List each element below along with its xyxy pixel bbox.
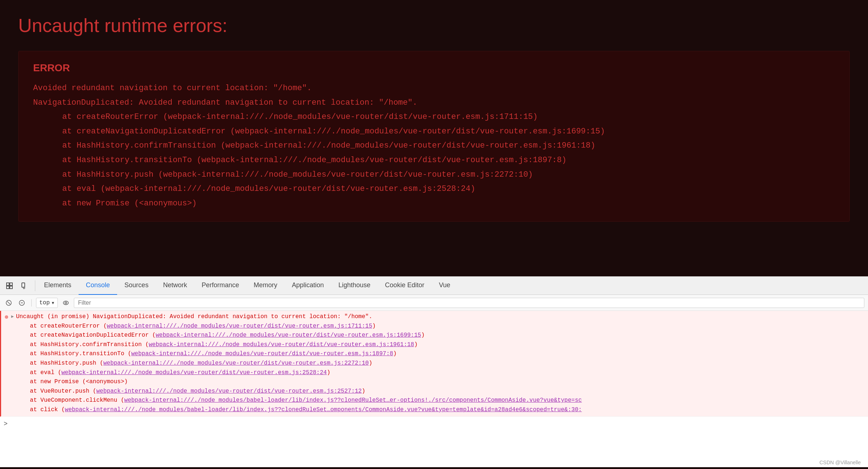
context-selector[interactable]: top ▾ xyxy=(36,298,58,308)
svg-rect-5 xyxy=(23,287,25,289)
svg-point-10 xyxy=(63,301,68,305)
svg-rect-3 xyxy=(10,286,12,289)
error-line-2: at createRouterError (webpack-internal:/… xyxy=(33,110,835,124)
error-line-6: at HashHistory.push (webpack-internal://… xyxy=(33,168,835,182)
error-line-1: NavigationDuplicated: Avoided redundant … xyxy=(33,96,835,110)
svg-line-7 xyxy=(7,301,10,304)
device-toolbar-icon[interactable] xyxy=(18,280,30,292)
page-title: Uncaught runtime errors: xyxy=(18,15,850,36)
svg-rect-4 xyxy=(22,283,25,287)
inspect-icon[interactable] xyxy=(4,280,15,292)
tab-memory[interactable]: Memory xyxy=(246,277,284,295)
expand-arrow-icon[interactable]: ▶ xyxy=(11,313,14,320)
stack-link-2[interactable]: webpack-internal:///./node_modules/vue-r… xyxy=(149,341,414,348)
stack-link-9[interactable]: webpack-internal:///./node_modules/babel… xyxy=(65,406,582,413)
stack-link-7[interactable]: webpack-internal:///./node_modules/vue-r… xyxy=(96,388,362,394)
stack-line-2: at HashHistory.confirmTransition (webpac… xyxy=(16,340,864,350)
devtools-icon-group xyxy=(4,280,30,292)
error-box: ERROR Avoided redundant navigation to cu… xyxy=(18,51,850,222)
stack-line-6: at new Promise (<anonymous>) xyxy=(16,377,864,387)
error-line-7: at eval (webpack-internal:///./node_modu… xyxy=(33,182,835,196)
stack-link-3[interactable]: webpack-internal:///./node_modules/vue-r… xyxy=(131,350,393,357)
stack-link-8[interactable]: webpack-internal:///./node_modules/babel… xyxy=(124,397,582,404)
tab-network[interactable]: Network xyxy=(156,277,194,295)
dropdown-arrow-icon: ▾ xyxy=(51,299,55,306)
context-label: top xyxy=(39,300,50,306)
stack-link-1[interactable]: webpack-internal:///./node_modules/vue-r… xyxy=(156,332,421,338)
svg-point-11 xyxy=(65,302,67,304)
main-content: Uncaught runtime errors: ERROR Avoided r… xyxy=(0,0,868,276)
error-main-line: Uncaught (in promise) NavigationDuplicat… xyxy=(16,312,864,322)
tab-elements[interactable]: Elements xyxy=(37,277,79,295)
error-label: ERROR xyxy=(33,62,835,74)
stack-line-3: at HashHistory.transitionTo (webpack-int… xyxy=(16,349,864,359)
console-prompt-icon[interactable]: > xyxy=(4,419,8,429)
attribution-text: CSDN @Villanelle xyxy=(819,460,861,465)
error-text: Avoided redundant navigation to current … xyxy=(33,81,835,211)
toolbar-divider xyxy=(31,299,32,306)
tab-lighthouse[interactable]: Lighthouse xyxy=(331,277,378,295)
error-line-3: at createNavigationDuplicatedError (webp… xyxy=(33,124,835,139)
console-toolbar: top ▾ xyxy=(0,295,868,311)
error-line-4: at HashHistory.confirmTransition (webpac… xyxy=(33,139,835,153)
tab-cookie-editor[interactable]: Cookie Editor xyxy=(378,277,431,295)
stack-line-8: at VueComponent.clickMenu (webpack-inter… xyxy=(16,396,864,405)
error-circle-icon: ⊗ xyxy=(5,313,8,322)
tab-vue[interactable]: Vue xyxy=(431,277,457,295)
svg-rect-1 xyxy=(10,283,12,285)
stack-link-4[interactable]: webpack-internal:///./node_modules/vue-r… xyxy=(103,360,369,366)
clear-console-button[interactable] xyxy=(4,298,14,308)
tab-performance[interactable]: Performance xyxy=(194,277,246,295)
clear-errors-button[interactable] xyxy=(17,298,27,308)
svg-rect-2 xyxy=(7,286,9,289)
stack-line-1: at createNavigationDuplicatedError (webp… xyxy=(16,331,864,340)
tab-application[interactable]: Application xyxy=(284,277,331,295)
stack-line-4: at HashHistory.push (webpack-internal://… xyxy=(16,359,864,368)
stack-line-5: at eval (webpack-internal:///./node_modu… xyxy=(16,368,864,378)
console-error-entry: ⊗ ▶ Uncaught (in promise) NavigationDupl… xyxy=(0,311,868,417)
devtools-panel: Elements Console Sources Network Perform… xyxy=(0,276,868,467)
error-line-5: at HashHistory.transitionTo (webpack-int… xyxy=(33,153,835,168)
svg-rect-0 xyxy=(7,283,9,285)
tab-console[interactable]: Console xyxy=(79,277,117,295)
console-prompt-row: > xyxy=(0,417,868,432)
tab-sources[interactable]: Sources xyxy=(117,277,156,295)
error-line-8: at new Promise (<anonymous>) xyxy=(33,196,835,211)
eye-icon[interactable] xyxy=(61,298,71,308)
stack-link-5[interactable]: webpack-internal:///./node_modules/vue-r… xyxy=(61,369,327,376)
devtools-tab-bar: Elements Console Sources Network Perform… xyxy=(0,277,868,295)
error-line-0: Avoided redundant navigation to current … xyxy=(33,81,835,96)
tab-divider-start xyxy=(35,280,35,291)
stack-line-0: at createRouterError (webpack-internal:/… xyxy=(16,322,864,331)
console-error-text: Uncaught (in promise) NavigationDuplicat… xyxy=(16,312,864,415)
stack-link-0[interactable]: webpack-internal:///./node_modules/vue-r… xyxy=(107,323,373,329)
console-filter-input[interactable] xyxy=(74,298,864,308)
stack-line-7: at VueRouter.push (webpack-internal:///.… xyxy=(16,387,864,396)
console-output: ⊗ ▶ Uncaught (in promise) NavigationDupl… xyxy=(0,311,868,467)
stack-line-9: at click (webpack-internal:///./node_mod… xyxy=(16,405,864,415)
